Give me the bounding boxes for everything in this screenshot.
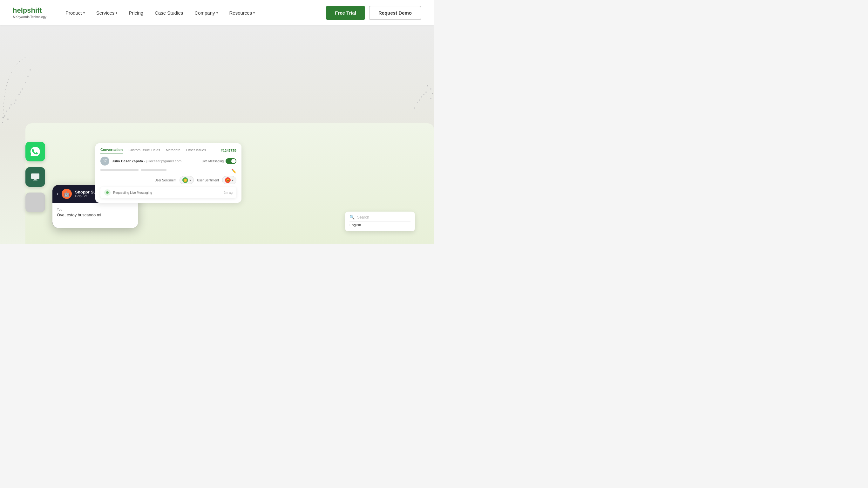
nav-case-studies-label: Case Studies — [155, 10, 183, 16]
tab-metadata[interactable]: Metadata — [166, 148, 181, 153]
chat-bot-icon: 🤖 — [62, 189, 72, 199]
live-request-time: 2m ag — [224, 191, 232, 194]
logo: helpshift A Keywords Technology — [13, 7, 46, 19]
tab-custom-issue-fields[interactable]: Custom Issue Fields — [128, 148, 160, 153]
user-avatar: JZ — [100, 157, 109, 165]
svg-point-3 — [19, 94, 20, 95]
bar-1 — [100, 169, 138, 171]
svg-point-1 — [10, 104, 12, 105]
svg-rect-27 — [33, 180, 37, 180]
logo-tagline: A Keywords Technology — [13, 15, 46, 19]
sentiment-label-1: User Sentiment — [154, 179, 176, 182]
nav-product-chevron: ▾ — [83, 11, 85, 14]
live-request-icon — [104, 189, 111, 196]
sentiment-emoji-green: 😊 — [182, 177, 188, 183]
chat-back-button[interactable]: ‹ — [57, 191, 58, 197]
svg-point-23 — [419, 99, 420, 101]
svg-point-18 — [417, 102, 418, 103]
live-request-text: Requesting Live Messaging — [113, 191, 152, 194]
chevron-down-icon-2: ▾ — [232, 179, 234, 182]
svg-point-13 — [14, 102, 15, 104]
request-demo-button[interactable]: Request Demo — [369, 6, 421, 20]
svg-point-22 — [423, 94, 425, 95]
live-dot — [106, 191, 108, 194]
svg-point-0 — [6, 111, 7, 112]
svg-point-15 — [430, 88, 431, 90]
search-input-row: 🔍 Search — [349, 215, 410, 219]
conversation-id: #1247879 — [221, 149, 237, 152]
sentiment-label-2: User Sentiment — [197, 179, 219, 182]
live-messaging-label: Live Messaging — [202, 159, 224, 163]
toggle-switch[interactable] — [225, 158, 237, 164]
logo-prefix: help — [13, 6, 27, 14]
nav-product-label: Product — [65, 10, 82, 16]
user-email: juliocesar@gamer.com — [146, 159, 181, 163]
live-messaging-toggle[interactable]: Live Messaging — [202, 158, 237, 164]
nav-services-label: Services — [96, 10, 115, 16]
whatsapp-icon-card — [25, 142, 45, 161]
svg-point-9 — [4, 115, 5, 117]
logo-text: helpshift — [13, 7, 46, 14]
chat-message: Oye, estoy buscando mi — [57, 213, 134, 217]
nav-item-pricing[interactable]: Pricing — [129, 10, 143, 16]
logo-suffix: shift — [27, 6, 42, 14]
monitor-icon-card — [25, 167, 45, 187]
svg-point-21 — [432, 93, 433, 94]
sentiment-emoji-red: 😡 — [225, 177, 231, 183]
search-placeholder[interactable]: Search — [357, 215, 369, 219]
user-name: Julio Cesar Zapata — [112, 159, 143, 163]
navbar: helpshift A Keywords Technology Product … — [0, 0, 434, 25]
svg-point-24 — [430, 98, 431, 99]
search-result[interactable]: English — [349, 221, 410, 228]
edit-icon[interactable]: ✏️ — [231, 169, 237, 174]
nav-item-resources[interactable]: Resources ▾ — [229, 10, 255, 16]
dots-decoration-left — [0, 54, 41, 125]
sentiment-badge-red[interactable]: 😡 ▾ — [222, 176, 237, 184]
nav-resources-chevron: ▾ — [253, 11, 255, 14]
svg-point-14 — [20, 92, 21, 93]
nav-services-chevron: ▾ — [116, 11, 117, 14]
svg-point-10 — [2, 122, 3, 123]
nav-item-case-studies[interactable]: Case Studies — [155, 10, 183, 16]
svg-point-6 — [27, 75, 29, 77]
svg-point-2 — [15, 99, 17, 101]
chat-body: You Oye, estoy buscando mi — [53, 203, 138, 228]
nav-item-company[interactable]: Company ▾ — [194, 10, 218, 16]
nav-buttons: Free Trial Request Demo — [326, 6, 421, 20]
svg-point-20 — [427, 85, 428, 86]
svg-point-7 — [30, 69, 31, 70]
user-info: Julio Cesar Zapata · juliocesar@gamer.co… — [112, 159, 181, 163]
sentiment-badge-green[interactable]: 😊 ▾ — [180, 176, 194, 184]
svg-point-12 — [9, 108, 10, 109]
svg-point-4 — [22, 88, 23, 90]
conversation-bars: ✏️ — [100, 169, 237, 174]
live-request-bar: Requesting Live Messaging 2m ag — [100, 187, 237, 198]
svg-point-5 — [25, 82, 26, 83]
nav-pricing-label: Pricing — [129, 10, 143, 16]
nav-item-product[interactable]: Product ▾ — [65, 10, 85, 16]
svg-rect-26 — [34, 179, 36, 180]
svg-point-19 — [414, 108, 415, 109]
svg-rect-25 — [31, 174, 39, 179]
conversation-user-row: JZ Julio Cesar Zapata · juliocesar@gamer… — [100, 157, 237, 165]
bar-2 — [141, 169, 166, 171]
sentiment-row: User Sentiment 😊 ▾ User Sentiment 😡 ▾ — [100, 176, 237, 184]
search-icon: 🔍 — [349, 215, 354, 219]
conversation-tabs: Conversation Custom Issue Fields Metadat… — [100, 148, 237, 153]
svg-point-11 — [7, 119, 8, 120]
svg-point-8 — [3, 117, 4, 119]
main-content: ‹ 🤖 Shoppr Support Help Bot You Oye, est… — [0, 25, 434, 244]
tab-other-issues[interactable]: Other Issues — [186, 148, 206, 153]
nav-resources-label: Resources — [229, 10, 252, 16]
search-panel: 🔍 Search English — [345, 212, 415, 231]
chat-you-label: You — [57, 208, 134, 211]
nav-item-services[interactable]: Services ▾ — [96, 10, 118, 16]
svg-point-17 — [421, 96, 422, 97]
nav-company-chevron: ▾ — [216, 11, 218, 14]
svg-point-16 — [426, 92, 427, 93]
conversation-panel: Conversation Custom Issue Fields Metadat… — [95, 143, 242, 203]
free-trial-button[interactable]: Free Trial — [326, 6, 365, 20]
nav-company-label: Company — [194, 10, 215, 16]
chevron-down-icon: ▾ — [189, 179, 191, 182]
tab-conversation[interactable]: Conversation — [100, 148, 123, 153]
